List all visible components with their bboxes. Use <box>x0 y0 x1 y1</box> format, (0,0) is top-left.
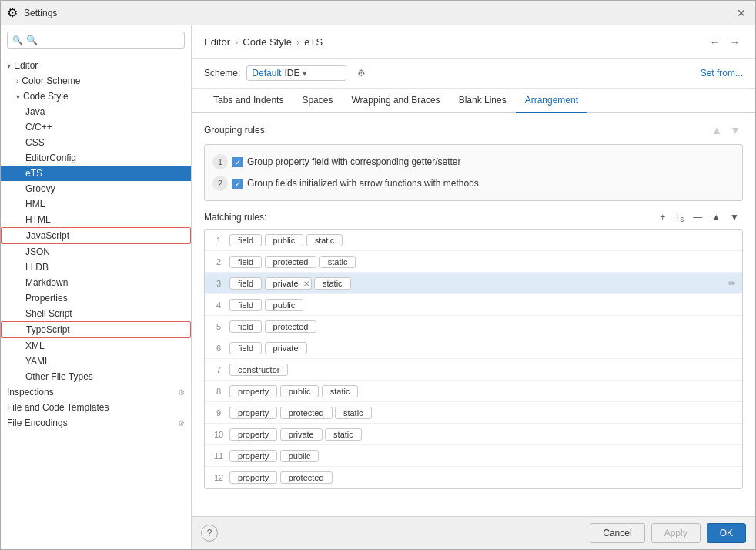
matching-rule-row-6[interactable]: 6 field private <box>205 337 742 359</box>
sidebar-item-editor[interactable]: ▾ Editor <box>1 58 191 73</box>
matching-rule-row-12[interactable]: 12 property protected <box>205 467 742 488</box>
sidebar-item-yaml[interactable]: YAML <box>1 354 191 369</box>
edit-rule-button[interactable]: ✏ <box>725 277 739 290</box>
rule-tag-protected-5[interactable]: protected <box>265 320 317 333</box>
tab-tabs-indents[interactable]: Tabs and Indents <box>204 89 293 113</box>
matching-rule-row-11[interactable]: 11 property public <box>205 445 742 467</box>
grouping-rule-1-checkbox[interactable] <box>232 157 243 167</box>
rule-tag-private-6[interactable]: private <box>265 342 307 354</box>
apply-button[interactable]: Apply <box>651 523 701 543</box>
sidebar-item-typescript[interactable]: TypeScript <box>1 321 191 338</box>
set-from-link[interactable]: Set from... <box>701 68 743 79</box>
sidebar-item-label: Editor <box>14 60 38 71</box>
sidebar-item-file-encodings[interactable]: File Encodings ⚙ <box>1 415 191 431</box>
sidebar-item-color-scheme[interactable]: › Color Scheme <box>1 73 191 89</box>
sidebar-item-markdown[interactable]: Markdown <box>1 275 191 290</box>
rule-tag-property-9[interactable]: property <box>229 407 277 419</box>
rule-tag-field-5[interactable]: field <box>229 320 262 333</box>
sidebar-item-label: TypeScript <box>26 324 70 335</box>
rule-tag-field-1[interactable]: field <box>229 234 262 246</box>
rule-tag-property-10[interactable]: property <box>229 428 277 441</box>
sidebar-item-properties[interactable]: Properties <box>1 290 191 306</box>
rule-tag-private-10[interactable]: private <box>280 428 323 441</box>
sidebar-item-file-code-templates[interactable]: File and Code Templates <box>1 400 191 415</box>
grouping-up-button[interactable]: ▲ <box>709 122 724 138</box>
matching-rule-row-1[interactable]: 1 field public static <box>205 230 742 251</box>
matching-rule-row-10[interactable]: 10 property private static <box>205 424 742 445</box>
search-box[interactable]: 🔍 <box>7 32 185 49</box>
close-tag-icon[interactable]: ✕ <box>303 279 309 287</box>
rule-tag-field-4[interactable]: field <box>229 299 262 311</box>
rule-tag-property-12[interactable]: property <box>229 471 277 484</box>
dropdown-chevron-icon: ▾ <box>303 69 306 78</box>
rule-tag-static-8[interactable]: static <box>322 385 359 397</box>
rule-tag-protected-9[interactable]: protected <box>280 407 333 419</box>
rule-tag-public-4[interactable]: public <box>265 299 304 311</box>
sidebar-item-css[interactable]: CSS <box>1 135 191 150</box>
rule-tag-static-2[interactable]: static <box>319 256 356 268</box>
move-rule-down-button[interactable]: ▼ <box>726 211 743 223</box>
rule-tag-protected-2[interactable]: protected <box>265 256 317 268</box>
tab-arrangement[interactable]: Arrangement <box>516 89 587 113</box>
sidebar-item-editorconfig[interactable]: EditorConfig <box>1 150 191 166</box>
sidebar-item-ets[interactable]: eTS <box>1 166 191 181</box>
sidebar-item-xml[interactable]: XML <box>1 338 191 354</box>
grouping-down-button[interactable]: ▼ <box>728 122 743 138</box>
ok-button[interactable]: OK <box>707 523 746 543</box>
row-num-8: 8 <box>208 387 229 396</box>
rule-tag-private-3[interactable]: private✕ <box>265 277 312 290</box>
rule-tag-constructor-7[interactable]: constructor <box>229 364 288 376</box>
matching-rule-row-7[interactable]: 7 constructor <box>205 359 742 381</box>
matching-rule-row-5[interactable]: 5 field protected <box>205 316 742 337</box>
rule-tag-static-9[interactable]: static <box>335 407 372 419</box>
close-button[interactable]: ✕ <box>734 5 749 21</box>
sidebar-item-html[interactable]: HTML <box>1 212 191 227</box>
rule-tag-public-1[interactable]: public <box>265 234 304 246</box>
matching-rule-row-4[interactable]: 4 field public <box>205 294 742 316</box>
rule-tag-field-2[interactable]: field <box>229 256 262 268</box>
matching-rule-row-3[interactable]: 3 field private✕ static ✏ <box>205 273 742 294</box>
sidebar-item-inspections[interactable]: Inspections ⚙ <box>1 384 191 400</box>
tab-blank-lines[interactable]: Blank Lines <box>450 89 516 113</box>
sidebar-item-other-file-types[interactable]: Other File Types <box>1 369 191 384</box>
rule-tag-field-6[interactable]: field <box>229 342 262 354</box>
back-button[interactable]: ← <box>706 33 723 50</box>
sidebar-item-code-style[interactable]: ▾ Code Style <box>1 89 191 104</box>
add-rule-s-button[interactable]: +s <box>671 210 687 224</box>
matching-rule-row-9[interactable]: 9 property protected static <box>205 402 742 424</box>
forward-button[interactable]: → <box>726 33 743 50</box>
matching-rule-row-8[interactable]: 8 property public static <box>205 381 742 402</box>
sidebar-item-shell-script[interactable]: Shell Script <box>1 306 191 321</box>
sidebar-item-groovy[interactable]: Groovy <box>1 181 191 196</box>
sidebar-item-javascript[interactable]: JavaScript <box>1 227 191 244</box>
scheme-gear-button[interactable]: ⚙ <box>353 65 370 82</box>
rule-tag-property-8[interactable]: property <box>229 385 277 397</box>
rule-tag-protected-12[interactable]: protected <box>280 471 333 484</box>
grouping-rule-2-checkbox[interactable] <box>232 179 243 189</box>
matching-rule-row-2[interactable]: 2 field protected static <box>205 251 742 273</box>
tab-wrapping[interactable]: Wrapping and Braces <box>342 89 449 113</box>
rule-tag-property-11[interactable]: property <box>229 450 277 462</box>
remove-rule-button[interactable]: — <box>689 211 706 223</box>
rule-tag-static-3[interactable]: static <box>314 277 351 290</box>
tab-spaces[interactable]: Spaces <box>293 89 342 113</box>
rule-tag-static-1[interactable]: static <box>306 234 343 246</box>
rule-tag-field-3[interactable]: field <box>229 277 262 290</box>
move-rule-up-button[interactable]: ▲ <box>707 211 724 223</box>
right-panel: Editor › Code Style › eTS ← → Scheme: De… <box>192 25 755 549</box>
sidebar-item-hml[interactable]: HML <box>1 196 191 212</box>
rule-tag-public-8[interactable]: public <box>280 385 319 397</box>
scheme-dropdown[interactable]: Default IDE ▾ <box>246 65 346 81</box>
sidebar-item-java[interactable]: Java <box>1 104 191 119</box>
sidebar-item-cpp[interactable]: C/C++ <box>1 119 191 135</box>
cancel-button[interactable]: Cancel <box>590 523 644 543</box>
sidebar-item-lldb[interactable]: LLDB <box>1 260 191 275</box>
grouping-rules-title: Grouping rules: <box>204 125 267 136</box>
search-input[interactable] <box>26 35 179 45</box>
rule-tag-static-10[interactable]: static <box>325 428 362 441</box>
help-button[interactable]: ? <box>201 525 218 542</box>
settings-icon2: ⚙ <box>178 419 185 428</box>
sidebar-item-json[interactable]: JSON <box>1 244 191 260</box>
rule-tag-public-11[interactable]: public <box>280 450 319 462</box>
add-rule-button[interactable]: + <box>656 211 669 223</box>
